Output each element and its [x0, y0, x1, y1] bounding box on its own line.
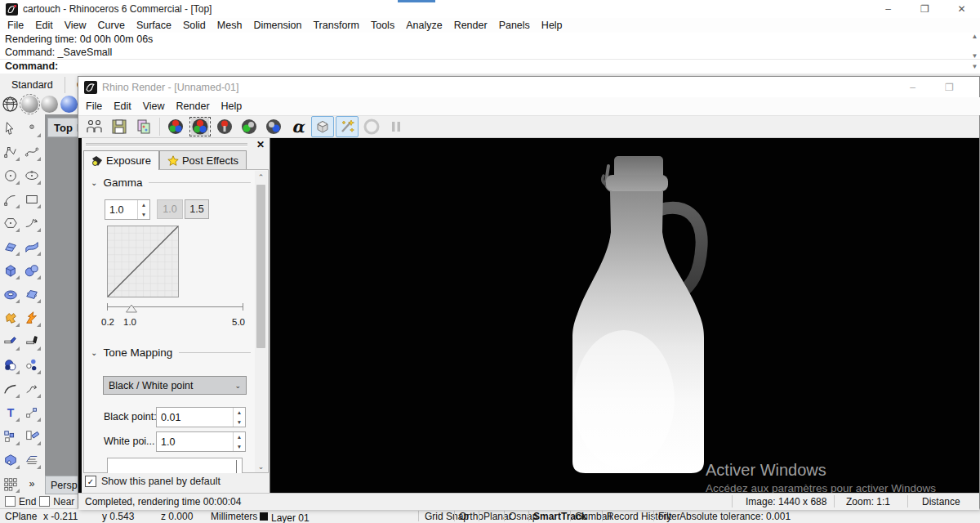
- trim-tool-icon[interactable]: [0, 329, 21, 353]
- menu-analyze[interactable]: Analyze: [400, 20, 448, 31]
- rgb-channel-button[interactable]: [164, 116, 187, 137]
- solid-box-icon[interactable]: [0, 448, 21, 472]
- partial-next-field[interactable]: [108, 458, 236, 473]
- render-minimize-icon[interactable]: –: [894, 77, 931, 97]
- restore-icon[interactable]: ❐: [906, 0, 943, 18]
- scroll-down-icon[interactable]: ▼: [972, 52, 978, 60]
- menu-panels[interactable]: Panels: [493, 20, 536, 31]
- tab-exposure[interactable]: Exposure: [83, 150, 159, 170]
- green-channel-button[interactable]: [238, 116, 261, 137]
- menu-solid[interactable]: Solid: [177, 20, 212, 31]
- menu-transform[interactable]: Transform: [307, 20, 365, 31]
- save-image-button[interactable]: [108, 116, 131, 137]
- boolean-union-icon[interactable]: [0, 353, 21, 377]
- minimize-icon[interactable]: –: [870, 0, 906, 18]
- sphere-tool-icon[interactable]: [21, 258, 42, 282]
- point-tool-icon[interactable]: [21, 116, 42, 140]
- command-prompt[interactable]: Command:: [0, 59, 980, 74]
- statusbar-layer[interactable]: Layer 01: [260, 511, 271, 522]
- gamma-slider-handle[interactable]: [125, 304, 138, 313]
- pointer-tool-icon[interactable]: [0, 116, 21, 140]
- toggle-ortho[interactable]: Ortho: [459, 511, 483, 522]
- spin-up-icon[interactable]: ▲: [234, 432, 245, 442]
- menu-mesh[interactable]: Mesh: [212, 20, 248, 31]
- menu-file[interactable]: File: [2, 20, 29, 31]
- paint-tool-icon[interactable]: [21, 424, 42, 448]
- wireframe-globe-icon[interactable]: [2, 96, 19, 113]
- render-maximize-icon[interactable]: ❐: [931, 77, 968, 97]
- gamma-value-input[interactable]: ▲▼: [105, 199, 150, 220]
- tone-mapping-section-header[interactable]: ⌄ Tone Mapping: [91, 346, 251, 359]
- rgba-channel-button[interactable]: [189, 116, 212, 137]
- expand-palette-icon[interactable]: »: [21, 472, 42, 495]
- blue-channel-button[interactable]: [262, 116, 285, 137]
- white-point-spinner[interactable]: ▲▼: [233, 432, 245, 451]
- post-effects-wand-button[interactable]: [336, 116, 359, 137]
- tab-post-effects[interactable]: Post Effects: [159, 150, 247, 170]
- menu-view[interactable]: View: [59, 20, 92, 31]
- statusbar-cplane[interactable]: CPlane: [5, 511, 37, 522]
- toolbar-tab-standard[interactable]: Standard: [0, 77, 65, 93]
- boolean-tool-icon[interactable]: [0, 306, 21, 329]
- render-menu-file[interactable]: File: [80, 101, 108, 112]
- patch-surface-icon[interactable]: [21, 282, 42, 306]
- split-tool-icon[interactable]: [21, 329, 42, 353]
- scrollbar-thumb[interactable]: [256, 185, 265, 348]
- gamma-preset-15-button[interactable]: 1.5: [185, 199, 209, 219]
- spin-up-icon[interactable]: ▲: [234, 408, 245, 418]
- command-scrollbar[interactable]: ▲ ▼: [969, 33, 980, 60]
- render-titlebar[interactable]: Rhino Render - [Unnamed-01] – ❐: [78, 77, 979, 97]
- fillet-curve-icon[interactable]: [0, 377, 21, 400]
- box-tool-icon[interactable]: [0, 258, 21, 282]
- panel-close-icon[interactable]: ✕: [255, 139, 266, 150]
- scroll-up-icon[interactable]: ▲: [972, 33, 978, 40]
- menu-render[interactable]: Render: [448, 20, 493, 31]
- spin-down-icon[interactable]: ▼: [234, 418, 245, 427]
- render-view[interactable]: Activer Windows Accédez aux paramètres p…: [271, 138, 979, 493]
- collapse-chevron-icon[interactable]: ⌄: [91, 178, 97, 187]
- white-point-field[interactable]: [157, 432, 233, 451]
- panel-grip-handle[interactable]: [86, 143, 247, 147]
- osnap-end-checkbox[interactable]: [5, 496, 16, 507]
- torus-tool-icon[interactable]: [0, 282, 21, 306]
- osnap-near-checkbox[interactable]: [39, 496, 50, 507]
- clone-window-button[interactable]: [83, 116, 106, 137]
- render-menu-render[interactable]: Render: [171, 101, 216, 112]
- black-point-field[interactable]: [157, 408, 233, 427]
- polygon-tool-icon[interactable]: [0, 211, 21, 235]
- close-icon[interactable]: ✕: [943, 0, 980, 18]
- surface-tool-icon[interactable]: [0, 235, 21, 258]
- command-dropdown-icon[interactable]: ▼: [969, 60, 980, 73]
- copy-to-clipboard-button[interactable]: [132, 116, 155, 137]
- statusbar-units[interactable]: Millimeters: [211, 511, 257, 522]
- point-set-icon[interactable]: [21, 353, 42, 377]
- show-panel-checkbox[interactable]: ✓: [85, 476, 96, 487]
- interpolate-curve-icon[interactable]: [21, 140, 42, 163]
- render-menu-view[interactable]: View: [137, 101, 171, 112]
- menu-edit[interactable]: Edit: [29, 20, 59, 31]
- render-menu-help[interactable]: Help: [216, 101, 248, 112]
- shaded-view-icon[interactable]: [21, 96, 38, 113]
- raytraced-view-icon[interactable]: [60, 96, 78, 113]
- spin-up-icon[interactable]: ▲: [138, 200, 149, 210]
- black-point-input[interactable]: ▲▼: [156, 407, 246, 427]
- tone-mapping-dropdown[interactable]: Black / White point ⌄: [103, 376, 247, 395]
- menu-tools[interactable]: Tools: [365, 20, 400, 31]
- blend-curve-icon[interactable]: [21, 377, 42, 400]
- menu-help[interactable]: Help: [536, 20, 568, 31]
- circle-tool-icon[interactable]: [0, 163, 21, 187]
- scrollbar-up-icon[interactable]: ⌃: [255, 171, 267, 183]
- toggle-gumball[interactable]: Gumball: [575, 511, 612, 522]
- menu-surface[interactable]: Surface: [131, 20, 177, 31]
- red-channel-button[interactable]: [213, 116, 236, 137]
- curve-blend-icon[interactable]: [21, 211, 42, 235]
- hatch-tool-icon[interactable]: [21, 448, 42, 472]
- curved-surface-icon[interactable]: [21, 235, 42, 258]
- gamma-slider[interactable]: [107, 302, 243, 312]
- arc-tool-icon[interactable]: [0, 187, 21, 211]
- ellipse-tool-icon[interactable]: [21, 163, 42, 187]
- grayscale-channel-button[interactable]: [311, 116, 334, 137]
- move-cv-icon[interactable]: [21, 400, 42, 424]
- render-status-distance[interactable]: Distance: [922, 496, 960, 507]
- white-point-input[interactable]: ▲▼: [156, 431, 246, 452]
